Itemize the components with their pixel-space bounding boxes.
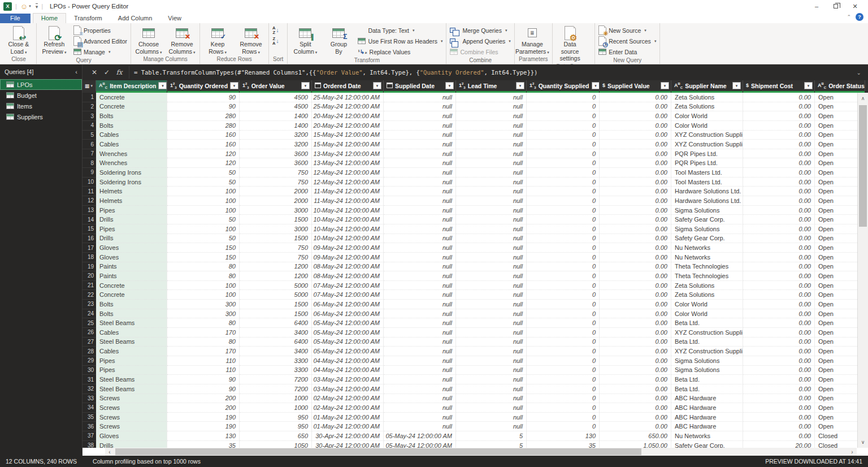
close-load-button[interactable]: ↩Close &Load▾ (3, 24, 34, 56)
grid-cell[interactable]: 1500 (240, 300, 312, 309)
grid-cell[interactable]: 08-May-24 12:00:00 AM (312, 262, 384, 272)
grid-cell[interactable]: 0.00 (600, 121, 671, 131)
grid-cell[interactable]: 0 (527, 140, 600, 149)
grid-cell[interactable]: null (384, 413, 456, 422)
grid-cell[interactable]: 190 (167, 422, 240, 431)
tab-file[interactable]: File (0, 14, 31, 23)
grid-cell[interactable]: Screws (96, 394, 167, 404)
grid-cell[interactable]: null (384, 234, 456, 244)
collapse-panel-icon[interactable]: ‹ (75, 68, 77, 75)
grid-cell[interactable]: Bolts (96, 300, 167, 309)
grid-cell[interactable]: 0.00 (600, 168, 671, 178)
grid-cell[interactable]: 0 (527, 328, 600, 338)
grid-cell[interactable]: 0.00 (743, 384, 815, 394)
grid-cell[interactable]: 280 (167, 121, 240, 131)
grid-cell[interactable]: 3000 (240, 206, 312, 215)
grid-cell[interactable]: Concrete (96, 93, 167, 102)
grid-cell[interactable]: 09-May-24 12:00:00 AM (312, 253, 384, 262)
grid-cell[interactable]: 750 (240, 253, 312, 262)
grid-cell[interactable]: XYZ Construction Supplies (671, 347, 743, 356)
grid-cell[interactable]: 0 (527, 196, 600, 206)
grid-cell[interactable]: Zeta Solutions (671, 281, 743, 291)
grid-cell[interactable]: null (384, 271, 456, 281)
grid-cell[interactable]: 0.00 (600, 328, 671, 338)
grid-cell[interactable]: 0.00 (600, 131, 671, 140)
grid-cell[interactable]: 0.00 (743, 403, 815, 413)
grid-cell[interactable]: 11-May-24 12:00:00 AM (312, 196, 384, 206)
grid-cell[interactable]: null (456, 102, 527, 112)
row-number[interactable]: 32 (83, 384, 96, 394)
grid-cell[interactable]: 1200 (240, 271, 312, 281)
grid-cell[interactable]: 10-May-24 12:00:00 AM (312, 234, 384, 244)
sort-az-button[interactable]: AZ↓ (271, 25, 280, 36)
choose-columns-button[interactable]: ChooseColumns▾ (133, 24, 164, 56)
keep-rows-button[interactable]: ✓KeepRows▾ (202, 24, 233, 56)
grid-cell[interactable]: 0 (527, 384, 600, 394)
grid-cell[interactable]: 750 (240, 168, 312, 178)
grid-cell[interactable]: 05-May-24 12:00:00 AM (312, 328, 384, 338)
grid-cell[interactable]: 0 (527, 309, 600, 319)
grid-cell[interactable]: 0 (527, 403, 600, 413)
grid-cell[interactable]: 0.00 (600, 243, 671, 253)
help-icon[interactable]: ? (856, 13, 863, 21)
row-number[interactable]: 19 (83, 262, 96, 272)
grid-cell[interactable]: 0.00 (743, 140, 815, 149)
grid-cell[interactable]: 0 (527, 121, 600, 131)
grid-cell[interactable]: 160 (167, 140, 240, 149)
group-by-button[interactable]: ΣGroupBy (323, 24, 354, 56)
grid-cell[interactable]: 3300 (240, 356, 312, 366)
row-number[interactable]: 10 (83, 178, 96, 187)
grid-cell[interactable]: 10-May-24 12:00:00 AM (312, 224, 384, 234)
grid-cell[interactable]: 0.00 (743, 300, 815, 309)
grid-cell[interactable]: 0.00 (743, 178, 815, 187)
grid-cell[interactable]: 0.00 (600, 300, 671, 309)
grid-cell[interactable]: Soldering Irons (96, 178, 167, 187)
grid-cell[interactable]: 1500 (240, 309, 312, 319)
query-item-lpos[interactable]: LPOs (0, 79, 82, 90)
grid-cell[interactable]: 5 (456, 441, 527, 448)
row-number[interactable]: 29 (83, 356, 96, 366)
grid-cell[interactable]: Sigma Solutions (671, 224, 743, 234)
grid-cell[interactable]: null (384, 375, 456, 384)
row-number[interactable]: 9 (83, 168, 96, 178)
grid-cell[interactable]: 130 (527, 431, 600, 441)
grid-cell[interactable]: 0.00 (600, 234, 671, 244)
grid-cell[interactable]: null (384, 338, 456, 347)
tab-home[interactable]: Home (33, 13, 66, 23)
filter-button[interactable]: ▼ (373, 82, 381, 89)
grid-cell[interactable]: Safety Gear Corp. (671, 215, 743, 224)
grid-cell[interactable]: Pipes (96, 356, 167, 366)
grid-cell[interactable]: null (384, 281, 456, 291)
grid-cell[interactable]: Theta Technologies (671, 262, 743, 272)
grid-cell[interactable]: 7200 (240, 375, 312, 384)
grid-cell[interactable]: 0 (527, 262, 600, 272)
grid-cell[interactable]: 07-May-24 12:00:00 AM (312, 290, 384, 300)
grid-cell[interactable]: 80 (167, 271, 240, 281)
column-header-lead-time[interactable]: 123Lead Time▼ (456, 80, 527, 91)
grid-cell[interactable]: null (456, 158, 527, 168)
grid-cell[interactable]: 90 (167, 102, 240, 112)
grid-cell[interactable]: 110 (167, 356, 240, 366)
vertical-scrollbar-thumb[interactable] (859, 105, 867, 227)
grid-cell[interactable]: null (456, 356, 527, 366)
grid-cell[interactable]: null (384, 140, 456, 149)
grid-cell[interactable]: Soldering Irons (96, 168, 167, 178)
grid-cell[interactable]: Steel Beams (96, 384, 167, 394)
grid-cell[interactable]: 0 (527, 338, 600, 347)
replace-values-button[interactable]: ¹↳₂Replace Values (356, 46, 444, 57)
grid-cell[interactable]: null (456, 384, 527, 394)
tab-add-column[interactable]: Add Column (110, 14, 160, 23)
grid-cell[interactable]: ABC Hardware (671, 422, 743, 431)
grid-cell[interactable]: 0.00 (743, 158, 815, 168)
grid-cell[interactable]: 05-May-24 12:00:00 AM (312, 347, 384, 356)
grid-cell[interactable]: null (384, 149, 456, 159)
grid-cell[interactable]: 0.00 (743, 413, 815, 422)
grid-cell[interactable]: Bolts (96, 309, 167, 319)
grid-cell[interactable]: 0.00 (600, 262, 671, 272)
grid-cell[interactable]: Sigma Solutions (671, 206, 743, 215)
grid-cell[interactable]: Bolts (96, 121, 167, 131)
grid-cell[interactable]: 06-May-24 12:00:00 AM (312, 309, 384, 319)
grid-cell[interactable]: Nu Networks (671, 243, 743, 253)
column-header-quantity-supplied[interactable]: 123Quantity Supplied▼ (527, 80, 600, 91)
grid-cell[interactable]: 3200 (240, 131, 312, 140)
